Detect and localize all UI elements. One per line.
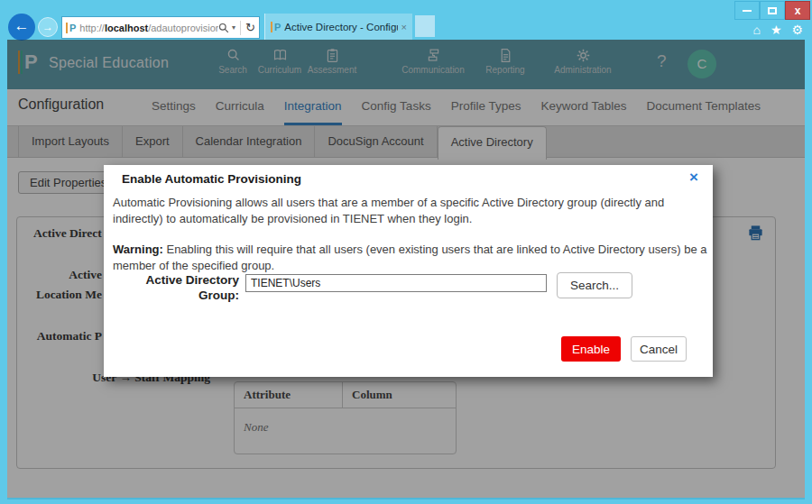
close-window-button[interactable]: x: [785, 1, 810, 20]
settings-gear-icon[interactable]: ⚙: [791, 23, 803, 37]
tab-close-icon[interactable]: ×: [401, 22, 407, 32]
refresh-icon[interactable]: ↻: [245, 21, 255, 34]
page-viewport: P Special Education Search Curriculum As…: [7, 40, 805, 498]
divider: [240, 21, 241, 35]
address-bar[interactable]: P http://localhost/adautoprovision.asp ▾…: [61, 16, 260, 39]
tab-favicon: P: [271, 22, 281, 32]
maximize-button[interactable]: [760, 1, 785, 20]
ad-group-label-line1: Active Directory: [117, 272, 239, 288]
warning-label: Warning:: [113, 243, 163, 256]
enable-button[interactable]: Enable: [561, 336, 621, 362]
back-arrow-icon: ←: [14, 17, 30, 34]
url-path: /adautoprovision.asp: [148, 23, 218, 33]
minimize-button[interactable]: [734, 1, 760, 20]
url-prefix: http://: [79, 23, 105, 33]
window-controls: x: [734, 1, 810, 20]
site-favicon: P: [66, 23, 76, 33]
url-text[interactable]: http://localhost/adautoprovision.asp: [79, 23, 218, 33]
home-icon[interactable]: ⌂: [752, 23, 760, 37]
forward-arrow-icon: →: [42, 21, 53, 33]
dialog-warning: Warning: Enabling this will require that…: [113, 242, 710, 273]
close-icon: x: [795, 5, 801, 17]
window-bottom-edge: [7, 498, 805, 499]
ad-group-label-line2: Group:: [117, 288, 239, 303]
warning-text: Enabling this will require that all user…: [113, 243, 706, 272]
browser-back-button[interactable]: ←: [8, 14, 35, 41]
minimize-icon: [743, 10, 752, 12]
search-group-button[interactable]: Search...: [557, 272, 632, 298]
browser-tab[interactable]: P Active Directory - Configure ×: [264, 14, 412, 40]
ad-group-label: Active Directory Group:: [117, 272, 239, 303]
url-domain: localhost: [105, 23, 148, 33]
dialog-title: Enable Automatic Provisioning: [122, 172, 301, 186]
ad-group-input[interactable]: [245, 274, 547, 292]
search-icon[interactable]: [218, 23, 229, 33]
new-tab-button[interactable]: [415, 15, 435, 37]
dialog-description: Automatic Provisioning allows all users …: [113, 195, 706, 226]
maximize-icon: [768, 7, 777, 14]
favorites-star-icon[interactable]: ★: [770, 23, 782, 37]
dialog-close-icon[interactable]: ×: [689, 169, 698, 187]
browser-forward-button[interactable]: →: [38, 17, 58, 37]
cancel-button[interactable]: Cancel: [631, 336, 687, 362]
chevron-down-icon[interactable]: ▾: [232, 23, 235, 32]
tab-title: Active Directory - Configure: [284, 22, 397, 32]
enable-automatic-provisioning-dialog: Enable Automatic Provisioning × Automati…: [104, 165, 713, 377]
